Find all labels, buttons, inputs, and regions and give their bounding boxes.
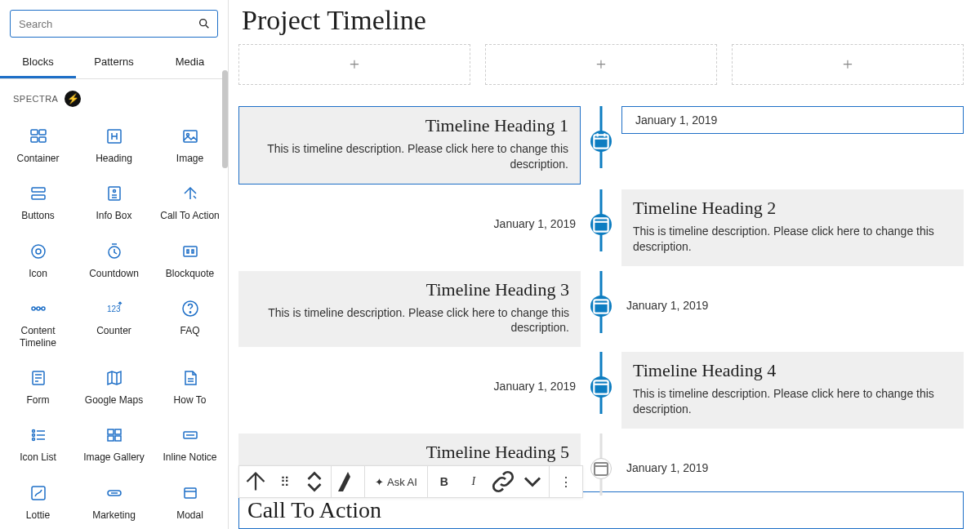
block-cta[interactable]: Call To Action (152, 176, 228, 233)
block-form[interactable]: Form (0, 360, 76, 417)
svg-point-16 (36, 249, 41, 254)
timeline-date[interactable]: January 1, 2019 (621, 461, 964, 474)
block-blockquote[interactable]: Blockquote (152, 233, 228, 291)
block-grid: Container Heading Image Buttons Info Box (0, 113, 228, 529)
block-image-gallery[interactable]: Image Gallery (76, 417, 152, 474)
svg-rect-9 (32, 188, 45, 192)
timeline-desc[interactable]: This is timeline description. Please cli… (633, 224, 952, 255)
toolbar-link-icon[interactable] (488, 466, 518, 497)
toolbar-copy-style-icon[interactable] (333, 466, 363, 497)
block-how-to[interactable]: How To (152, 360, 228, 417)
page-title[interactable]: Project Timeline (238, 0, 980, 44)
block-heading[interactable]: Heading (76, 118, 152, 176)
toolbar-drag-icon[interactable]: ⠿ (270, 466, 300, 497)
svg-line-1 (206, 25, 208, 28)
block-faq[interactable]: FAQ (152, 291, 228, 360)
block-icon-list[interactable]: Icon List (0, 417, 76, 474)
block-icon[interactable]: Icon (0, 233, 76, 291)
timeline-heading[interactable]: Timeline Heading 1 (251, 115, 568, 136)
blockquote-icon (180, 242, 200, 261)
section-spectra: SPECTRA ⚡ (0, 79, 228, 113)
svg-rect-5 (39, 137, 46, 142)
tab-media[interactable]: Media (152, 47, 228, 78)
buttons-icon (29, 184, 48, 203)
calendar-icon (590, 131, 612, 152)
block-buttons[interactable]: Buttons (0, 176, 76, 233)
editor-canvas: Project Timeline + + + Timeline Heading … (229, 0, 980, 529)
toolbar-more-formatting-icon[interactable] (518, 466, 547, 497)
image-icon (180, 127, 200, 146)
gallery-icon (105, 425, 124, 445)
block-lottie[interactable]: Lottie (0, 475, 76, 529)
icon-icon (29, 242, 48, 261)
svg-rect-41 (108, 436, 114, 441)
timeline-heading[interactable]: Timeline Heading 5 (250, 442, 569, 463)
timeline-date[interactable]: January 1, 2019 (238, 217, 581, 230)
block-toolbar: ⠿ ✦ Ask AI B I ⋮ (238, 465, 583, 498)
timeline-item-4[interactable]: January 1, 2019 Timeline Heading 4 This … (238, 352, 964, 429)
svg-rect-42 (115, 436, 121, 441)
columns-placeholder: + + + (238, 44, 980, 85)
timeline-item-2[interactable]: January 1, 2019 Timeline Heading 2 This … (238, 189, 964, 266)
add-block-slot-2[interactable]: + (485, 44, 717, 85)
timeline-item-1[interactable]: Timeline Heading 1 This is timeline desc… (238, 106, 964, 184)
svg-point-15 (32, 245, 45, 258)
toolbar-options-icon[interactable]: ⋮ (551, 466, 581, 497)
toolbar-italic-button[interactable]: I (459, 466, 488, 497)
block-countdown[interactable]: Countdown (76, 233, 152, 291)
form-icon (29, 368, 48, 388)
sparkle-icon: ✦ (375, 476, 384, 488)
content-timeline-block[interactable]: Timeline Heading 1 This is timeline desc… (238, 106, 980, 510)
svg-rect-58 (594, 381, 608, 394)
svg-point-21 (37, 307, 40, 310)
svg-point-0 (200, 20, 207, 26)
timeline-heading[interactable]: Timeline Heading 2 (633, 198, 952, 219)
tab-patterns[interactable]: Patterns (76, 47, 152, 78)
block-marketing[interactable]: Marketing (76, 475, 152, 529)
toolbar-move-icon[interactable] (300, 466, 329, 497)
inserter-tabs: Blocks Patterns Media (0, 47, 228, 79)
map-icon (105, 368, 124, 388)
search-input[interactable] (19, 18, 198, 30)
timeline-desc[interactable]: This is timeline description. Please cli… (251, 141, 568, 172)
cta-icon (180, 184, 200, 203)
svg-text:123: 123 (107, 305, 121, 313)
svg-rect-40 (115, 429, 121, 434)
icon-list-icon (29, 425, 48, 445)
timeline-date[interactable]: January 1, 2019 (621, 299, 964, 312)
timeline-heading[interactable]: Timeline Heading 3 (250, 279, 569, 300)
block-google-maps[interactable]: Google Maps (76, 360, 152, 417)
svg-point-20 (42, 307, 45, 310)
block-inline-notice[interactable]: Inline Notice (152, 417, 228, 474)
timeline-date[interactable]: January 1, 2019 (238, 380, 581, 393)
svg-rect-18 (184, 247, 197, 256)
section-label: SPECTRA (13, 94, 58, 104)
svg-rect-39 (108, 429, 114, 434)
block-image[interactable]: Image (152, 118, 228, 176)
svg-rect-50 (594, 135, 608, 148)
toolbar-bold-button[interactable]: B (430, 466, 459, 497)
svg-rect-54 (594, 218, 608, 231)
timeline-heading[interactable]: Timeline Heading 4 (633, 360, 952, 381)
svg-rect-7 (184, 131, 197, 142)
search-input-wrap[interactable] (10, 10, 218, 38)
timeline-item-3[interactable]: Timeline Heading 3 This is timeline desc… (238, 271, 964, 348)
block-info-box[interactable]: Info Box (76, 176, 152, 233)
add-block-slot-3[interactable]: + (732, 44, 964, 85)
timeline-date[interactable]: January 1, 2019 (630, 113, 722, 127)
add-block-slot-1[interactable]: + (238, 44, 470, 85)
block-content-timeline[interactable]: Content Timeline (0, 291, 76, 360)
svg-point-19 (32, 307, 35, 310)
notice-icon (180, 425, 200, 445)
timeline-desc[interactable]: This is timeline description. Please cli… (250, 305, 569, 336)
counter-icon: 123 (105, 299, 124, 318)
block-counter[interactable]: 123 Counter (76, 291, 152, 360)
timeline-desc[interactable]: This is timeline description. Please cli… (633, 386, 952, 417)
block-modal[interactable]: Modal (152, 475, 228, 529)
toolbar-block-type-icon[interactable] (241, 466, 270, 497)
block-container[interactable]: Container (0, 118, 76, 176)
toolbar-ask-ai-button[interactable]: ✦ Ask AI (367, 466, 425, 497)
scrollbar[interactable] (222, 70, 228, 168)
howto-icon (180, 368, 200, 388)
tab-blocks[interactable]: Blocks (0, 47, 76, 78)
